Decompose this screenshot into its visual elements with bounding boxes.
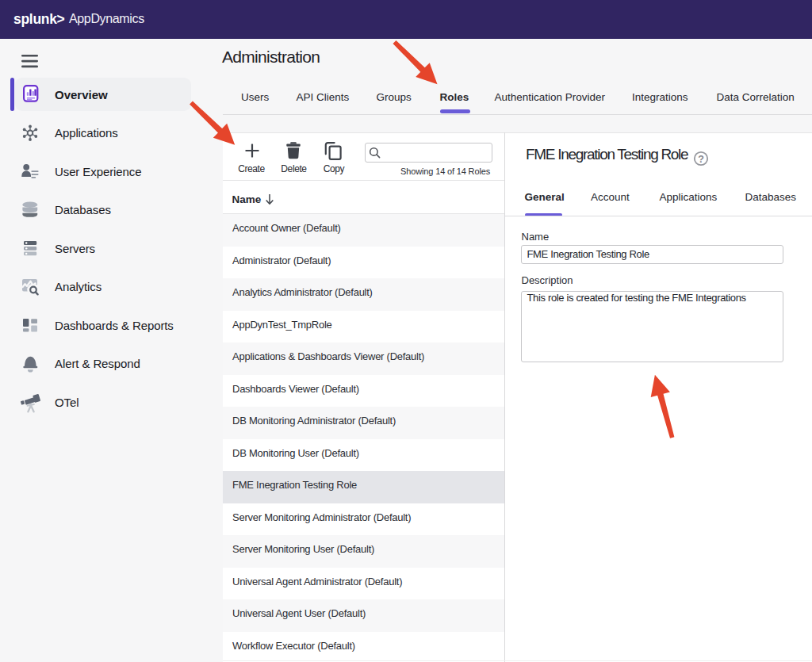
svg-text:?: ? bbox=[698, 153, 704, 164]
